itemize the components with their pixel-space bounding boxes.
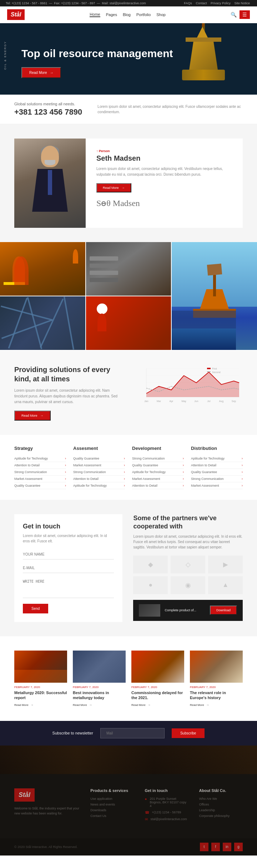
faqs-link[interactable]: FAQs bbox=[184, 1, 192, 5]
nav-blog[interactable]: Blog bbox=[123, 12, 131, 17]
footer-products-item-4[interactable]: Contact Us bbox=[90, 814, 134, 818]
site-notice-link[interactable]: Site Notice bbox=[234, 1, 250, 5]
footer-about-item-4[interactable]: Corporate philosophy bbox=[199, 814, 243, 818]
column-assessment-header: Assesment bbox=[73, 446, 125, 451]
svg-text:Aug: Aug bbox=[219, 400, 224, 403]
chevron-right-icon: › bbox=[124, 477, 125, 481]
hero-read-more-button[interactable]: Read More → bbox=[21, 67, 61, 78]
news-read-more-1[interactable]: Read More → bbox=[14, 703, 67, 707]
nav-portfolio[interactable]: Portfolio bbox=[136, 12, 151, 17]
chevron-right-icon: › bbox=[242, 477, 243, 481]
google-plus-icon[interactable]: g bbox=[234, 843, 243, 851]
news-image-2 bbox=[73, 651, 126, 683]
subscribe-button[interactable]: Subscribe bbox=[172, 728, 205, 738]
chevron-right-icon: › bbox=[65, 463, 66, 467]
email-icon: ✉ bbox=[145, 817, 148, 821]
global-subtitle: Global solutions meeting all needs. bbox=[14, 102, 87, 106]
footer-products-title: Products & services bbox=[90, 788, 134, 793]
linkedin-icon[interactable]: in bbox=[223, 843, 231, 851]
name-input[interactable] bbox=[23, 550, 114, 560]
footer-products-item-1[interactable]: Use application bbox=[90, 797, 134, 801]
col-item[interactable]: Attention to Detail › bbox=[14, 462, 66, 469]
news-read-more-4[interactable]: Read More → bbox=[190, 703, 243, 707]
footer-about-item-1[interactable]: Who Are We bbox=[199, 797, 243, 801]
photo-3-offshore bbox=[172, 242, 257, 350]
news-date-1: FEBRUARY 7, 2020 bbox=[14, 686, 67, 689]
column-strategy-header: Strategy bbox=[14, 446, 66, 451]
search-icon[interactable]: 🔍 bbox=[231, 12, 237, 17]
svg-text:Apr: Apr bbox=[170, 400, 174, 403]
col-item[interactable]: Quality Guarantee › bbox=[73, 455, 125, 462]
chart-read-more-button[interactable]: Read More → bbox=[14, 411, 51, 421]
chevron-right-icon: › bbox=[183, 457, 184, 460]
facebook-icon[interactable]: f bbox=[211, 843, 220, 851]
phone-icon: ☎ bbox=[145, 811, 149, 814]
contact-link[interactable]: Contact bbox=[196, 1, 207, 5]
col-item[interactable]: Strong Communication › bbox=[73, 469, 125, 476]
col-item[interactable]: Strong Communication › bbox=[191, 476, 243, 482]
footer-about-item-2[interactable]: Offices bbox=[199, 803, 243, 806]
top-bar-links: FAQs Contact Privacy Policy Site Notice bbox=[182, 1, 251, 5]
col-item[interactable]: Attention to Detail › bbox=[132, 482, 184, 489]
photo-2 bbox=[86, 242, 171, 296]
map-pin-icon: ● bbox=[145, 797, 147, 801]
col-item[interactable]: Quality Guarantee › bbox=[14, 482, 66, 489]
download-bar: Complete product of... Download bbox=[133, 600, 243, 621]
col-item[interactable]: Aptitude for Technology › bbox=[14, 455, 66, 462]
column-development: Development Strong Communication › Quali… bbox=[132, 446, 184, 489]
news-image-3 bbox=[131, 651, 184, 683]
person-read-more-button[interactable]: Read More → bbox=[96, 183, 131, 192]
chevron-right-icon: › bbox=[65, 477, 66, 481]
news-read-more-2[interactable]: Read More → bbox=[73, 703, 126, 707]
send-button[interactable]: Send bbox=[23, 604, 48, 613]
footer-products-item-2[interactable]: News and events bbox=[90, 803, 134, 806]
nav-home[interactable]: Home bbox=[90, 12, 100, 17]
news-title-3: Commissioning delayed for the 2021. bbox=[131, 690, 184, 701]
chart-text: Providing solutions of every kind, at al… bbox=[14, 365, 121, 421]
footer-about-item-3[interactable]: Leadership bbox=[199, 808, 243, 812]
nav-shop[interactable]: Shop bbox=[156, 12, 166, 17]
contact-form-box: Get in touch Lorem dolor sit amet, conse… bbox=[14, 514, 122, 622]
col-item[interactable]: Aptitude for Technology › bbox=[191, 455, 243, 462]
col-item[interactable]: Market Assessment › bbox=[14, 476, 66, 482]
person-info: ↑ Person Seth Madsen Lorem ipsum dolor s… bbox=[86, 139, 243, 228]
col-item[interactable]: Quality Guarantee › bbox=[132, 462, 184, 469]
logo[interactable]: Stål bbox=[7, 9, 25, 20]
col-item[interactable]: Aptitude for Technology › bbox=[73, 482, 125, 489]
hamburger-menu[interactable]: ☰ bbox=[240, 10, 250, 19]
hero-text: Top oil resource management Read More → bbox=[14, 47, 173, 78]
twitter-icon[interactable]: t bbox=[200, 843, 208, 851]
news-item-4: FEBRUARY 7, 2020 The relevant role in Eu… bbox=[190, 651, 243, 707]
header-icons: 🔍 ☰ bbox=[231, 10, 250, 19]
message-input[interactable] bbox=[23, 577, 114, 598]
global-right: Lorem ipsum dolor sit amet, consectetur … bbox=[87, 104, 243, 115]
arrow-right-icon: → bbox=[122, 186, 125, 190]
col-item[interactable]: Attention to Detail › bbox=[73, 476, 125, 482]
news-read-more-3[interactable]: Read More → bbox=[131, 703, 184, 707]
svg-text:Jul: Jul bbox=[207, 400, 211, 402]
footer-products-item-3[interactable]: Downloads bbox=[90, 808, 134, 812]
news-date-4: FEBRUARY 7, 2020 bbox=[190, 686, 243, 689]
nav-pages[interactable]: Pages bbox=[106, 12, 117, 17]
privacy-link[interactable]: Privacy Policy bbox=[211, 1, 231, 5]
contact-desc: Lorem dolor sit amet, consectetur adipis… bbox=[23, 533, 114, 544]
col-item[interactable]: Strong Communication › bbox=[132, 455, 184, 462]
global-desc: Lorem ipsum dolor sit amet, consectetur … bbox=[97, 104, 243, 115]
col-item[interactable]: Attention to Detail › bbox=[191, 462, 243, 469]
download-button[interactable]: Download bbox=[210, 606, 237, 615]
partners-grid: ◆ ◇ ▶ ● ◉ ▲ bbox=[133, 556, 243, 594]
email-input[interactable] bbox=[23, 563, 114, 573]
col-item[interactable]: Strong Communication › bbox=[14, 469, 66, 476]
footer-bottom: © 2020 Stål Interactive. All Rights Rese… bbox=[0, 838, 257, 856]
col-item[interactable]: Quality Guarantee › bbox=[191, 469, 243, 476]
arrow-right-icon: → bbox=[40, 414, 44, 417]
col-item[interactable]: Market Assessment › bbox=[191, 482, 243, 489]
col-item[interactable]: Aptitude for Technology › bbox=[132, 469, 184, 476]
col-item[interactable]: Market Assessment › bbox=[132, 476, 184, 482]
chevron-right-icon: › bbox=[65, 470, 66, 474]
column-assessment: Assesment Quality Guarantee › Market Ass… bbox=[73, 446, 125, 489]
newsletter-email-input[interactable] bbox=[100, 728, 165, 738]
col-item[interactable]: Market Assessment › bbox=[73, 462, 125, 469]
hero-title: Top oil resource management bbox=[21, 47, 173, 60]
chart-section: Providing solutions of every kind, at al… bbox=[0, 351, 257, 435]
